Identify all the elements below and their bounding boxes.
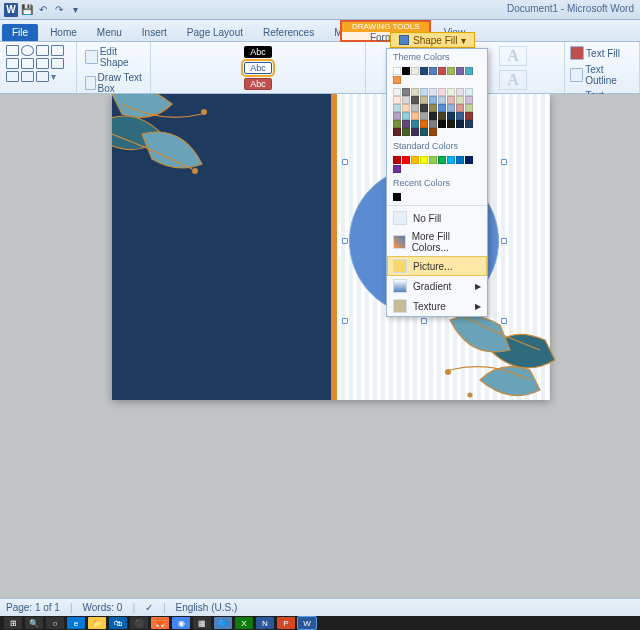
color-swatch[interactable] — [456, 156, 464, 164]
color-swatch[interactable] — [465, 112, 473, 120]
color-swatch[interactable] — [411, 104, 419, 112]
color-swatch[interactable] — [393, 112, 401, 120]
dd-no-fill[interactable]: No Fill — [387, 208, 487, 228]
color-swatch[interactable] — [402, 67, 410, 75]
save-icon[interactable]: 💾 — [20, 3, 34, 17]
color-swatch[interactable] — [393, 96, 401, 104]
color-swatch[interactable] — [402, 104, 410, 112]
color-swatch[interactable] — [465, 156, 473, 164]
tab-insert[interactable]: Insert — [132, 24, 177, 41]
color-swatch[interactable] — [420, 112, 428, 120]
dd-texture[interactable]: Texture▶ — [387, 296, 487, 316]
color-swatch[interactable] — [393, 128, 401, 136]
color-swatch[interactable] — [456, 120, 464, 128]
color-swatch[interactable] — [402, 128, 410, 136]
tab-page-layout[interactable]: Page Layout — [177, 24, 253, 41]
tab-file[interactable]: File — [2, 24, 38, 41]
color-swatch[interactable] — [420, 128, 428, 136]
qat-more-icon[interactable]: ▾ — [68, 3, 82, 17]
shape-gallery-icon[interactable] — [36, 71, 49, 82]
color-swatch[interactable] — [447, 67, 455, 75]
undo-icon[interactable]: ↶ — [36, 3, 50, 17]
shape-gallery-icon[interactable] — [21, 45, 34, 56]
color-swatch[interactable] — [456, 88, 464, 96]
color-swatch[interactable] — [465, 120, 473, 128]
color-swatch[interactable] — [393, 104, 401, 112]
taskbar-app[interactable]: N — [256, 617, 274, 629]
color-swatch[interactable] — [438, 104, 446, 112]
shape-gallery-icon[interactable] — [21, 58, 34, 69]
color-swatch[interactable] — [393, 88, 401, 96]
color-swatch[interactable] — [447, 96, 455, 104]
status-words[interactable]: Words: 0 — [83, 602, 123, 613]
shape-gallery-icon[interactable] — [6, 71, 19, 82]
text-outline-button[interactable]: Text Outline — [568, 63, 636, 87]
text-fill-button[interactable]: Text Fill — [568, 45, 636, 61]
taskbar-app[interactable]: 🛍 — [109, 617, 127, 629]
color-swatch[interactable] — [420, 67, 428, 75]
taskbar-app[interactable]: 📁 — [88, 617, 106, 629]
color-swatch[interactable] — [456, 96, 464, 104]
color-swatch[interactable] — [402, 88, 410, 96]
taskbar-search-icon[interactable]: 🔍 — [25, 617, 43, 629]
wordart-swatch[interactable]: A — [499, 70, 527, 90]
color-swatch[interactable] — [447, 104, 455, 112]
color-swatch[interactable] — [429, 128, 437, 136]
color-swatch[interactable] — [411, 96, 419, 104]
color-swatch[interactable] — [402, 112, 410, 120]
tab-references[interactable]: References — [253, 24, 324, 41]
shape-fill-button[interactable]: Shape Fill ▾ — [390, 32, 475, 48]
color-swatch[interactable] — [438, 88, 446, 96]
color-swatch[interactable] — [411, 156, 419, 164]
resize-handle[interactable] — [501, 159, 507, 165]
wordart-swatch[interactable]: A — [499, 46, 527, 66]
color-swatch[interactable] — [393, 120, 401, 128]
style-swatch[interactable]: Abc — [244, 78, 272, 90]
color-swatch[interactable] — [465, 96, 473, 104]
status-proofing-icon[interactable]: ✓ — [145, 602, 153, 613]
document-area[interactable] — [0, 94, 640, 598]
shape-gallery-icon[interactable] — [36, 58, 49, 69]
color-swatch[interactable] — [456, 112, 464, 120]
color-swatch[interactable] — [411, 128, 419, 136]
color-swatch[interactable] — [411, 112, 419, 120]
taskbar-app[interactable]: P — [277, 617, 295, 629]
status-language[interactable]: English (U.S.) — [176, 602, 238, 613]
draw-textbox-button[interactable]: Draw Text Box — [83, 71, 144, 95]
taskbar-app[interactable]: 🔷 — [214, 617, 232, 629]
status-page[interactable]: Page: 1 of 1 — [6, 602, 60, 613]
shape-gallery-icon[interactable] — [6, 58, 19, 69]
start-button[interactable]: ⊞ — [4, 617, 22, 629]
color-swatch[interactable] — [402, 120, 410, 128]
color-swatch[interactable] — [438, 112, 446, 120]
color-swatch[interactable] — [429, 156, 437, 164]
color-swatch[interactable] — [438, 67, 446, 75]
color-swatch[interactable] — [429, 104, 437, 112]
color-swatch[interactable] — [420, 104, 428, 112]
style-swatch[interactable]: Abc — [244, 46, 272, 58]
taskbar-app[interactable]: ◉ — [172, 617, 190, 629]
resize-handle[interactable] — [342, 318, 348, 324]
shape-gallery-icon[interactable] — [51, 58, 64, 69]
color-swatch[interactable] — [402, 156, 410, 164]
color-swatch[interactable] — [393, 76, 401, 84]
color-swatch[interactable] — [447, 112, 455, 120]
dd-gradient[interactable]: Gradient▶ — [387, 276, 487, 296]
taskbar-app[interactable]: ⚫ — [130, 617, 148, 629]
color-swatch[interactable] — [411, 67, 419, 75]
taskbar-cortana-icon[interactable]: ○ — [46, 617, 64, 629]
color-swatch[interactable] — [402, 96, 410, 104]
color-swatch[interactable] — [465, 67, 473, 75]
dd-picture[interactable]: Picture... — [387, 256, 487, 276]
resize-handle[interactable] — [342, 238, 348, 244]
shape-gallery-icon[interactable] — [36, 45, 49, 56]
color-swatch[interactable] — [438, 120, 446, 128]
color-swatch[interactable] — [429, 67, 437, 75]
color-swatch[interactable] — [465, 104, 473, 112]
color-swatch[interactable] — [393, 156, 401, 164]
shape-gallery-icon[interactable] — [21, 71, 34, 82]
color-swatch[interactable] — [420, 96, 428, 104]
shapes-more-icon[interactable]: ▾ — [51, 71, 56, 82]
color-swatch[interactable] — [447, 88, 455, 96]
redo-icon[interactable]: ↷ — [52, 3, 66, 17]
